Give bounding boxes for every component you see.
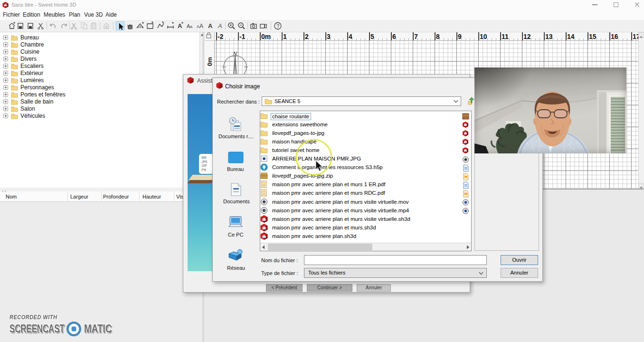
svg-text:A: A xyxy=(208,22,213,29)
svg-text:A: A xyxy=(218,22,222,29)
svg-text:A: A xyxy=(190,25,193,29)
svg-text:A: A xyxy=(178,22,182,29)
svg-text:A: A xyxy=(199,23,203,29)
svg-text:?: ? xyxy=(277,24,280,29)
